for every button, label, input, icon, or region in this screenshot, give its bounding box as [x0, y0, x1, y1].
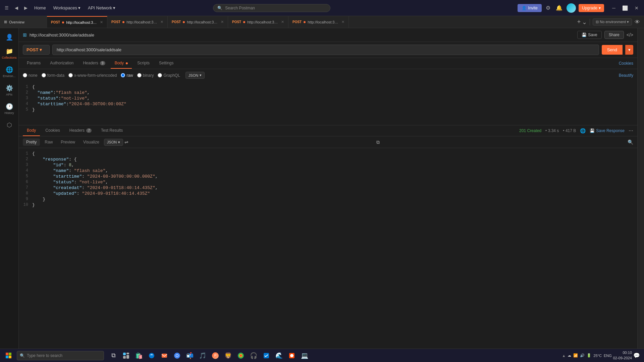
close-button[interactable]: ✕: [632, 5, 641, 11]
app8-button[interactable]: 🎵: [197, 350, 209, 362]
code-line: 2 "name":"flash sale",: [19, 90, 637, 96]
app10-button[interactable]: 🦁: [222, 350, 234, 362]
response-status: 201 Created • 3.34 s • 417 B 🌐 💾 Save Re…: [519, 128, 633, 133]
overview-tab[interactable]: ⊞ Overview: [0, 16, 47, 28]
app12-button[interactable]: [260, 350, 272, 362]
fmt-tab-pretty[interactable]: Pretty: [23, 138, 40, 146]
fmt-tab-preview[interactable]: Preview: [57, 138, 78, 146]
send-button[interactable]: Send: [602, 45, 623, 55]
body-type-graphql[interactable]: GraphQL: [158, 73, 180, 78]
tab-method: POST: [111, 20, 120, 24]
sidebar-item-history[interactable]: 🕐 History: [1, 100, 17, 117]
cookies-button[interactable]: Cookies: [619, 61, 633, 66]
body-type-raw[interactable]: raw: [121, 73, 133, 78]
app15-button[interactable]: 💻: [299, 350, 311, 362]
app13-button[interactable]: 🌊: [273, 350, 285, 362]
mail-button[interactable]: [158, 350, 170, 362]
sidebar-item-apis[interactable]: ⚙️ APIs: [1, 82, 17, 99]
copy-response-button[interactable]: ⧉: [376, 139, 380, 145]
code-button[interactable]: </>: [627, 32, 633, 38]
home-link[interactable]: Home: [32, 4, 49, 12]
url-input[interactable]: [52, 45, 599, 55]
resp-tab-headers[interactable]: Headers 7: [65, 125, 96, 136]
tab-headers[interactable]: Headers 9: [79, 58, 109, 69]
request-body-editor[interactable]: 1 { 2 "name":"flash sale", 3 "status":"n…: [19, 81, 637, 125]
search-response-button[interactable]: 🔍: [628, 139, 633, 145]
resp-tab-cookies[interactable]: Cookies: [41, 125, 64, 136]
store-button[interactable]: 🛍️: [133, 350, 145, 362]
sidebar-item-environments[interactable]: 🌐 Environ...: [1, 63, 17, 80]
filter-button[interactable]: ⇌: [124, 139, 128, 145]
maximize-button[interactable]: ⬜: [620, 5, 631, 11]
notification-button[interactable]: 💬: [633, 352, 640, 359]
app14-button[interactable]: [286, 350, 298, 362]
tab-params[interactable]: Params: [23, 58, 45, 69]
response-format-selector[interactable]: JSON ▾: [104, 139, 123, 146]
up-arrow-icon[interactable]: ▲: [562, 354, 566, 358]
request-tab-1[interactable]: POST http://localhost:3000, ✕: [47, 16, 107, 28]
settings-button[interactable]: ⚙: [544, 3, 552, 12]
back-button[interactable]: ◀: [13, 4, 20, 12]
hamburger-menu-button[interactable]: ☰: [3, 4, 11, 12]
body-type-formdata[interactable]: form-data: [42, 73, 64, 78]
globe-button[interactable]: 🌐: [580, 128, 586, 133]
notifications-button[interactable]: 🔔: [554, 3, 564, 12]
body-type-none[interactable]: none: [23, 73, 38, 78]
start-button[interactable]: [1, 350, 16, 362]
request-tab-2[interactable]: POST http://localhost:3000, ✕: [107, 16, 168, 28]
json-format-selector[interactable]: JSON ▾: [185, 72, 205, 79]
share-button[interactable]: Share: [604, 31, 624, 39]
tab-close[interactable]: ✕: [341, 20, 344, 24]
tab-close[interactable]: ✕: [221, 20, 224, 24]
method-selector[interactable]: POST ▾: [23, 45, 50, 55]
body-type-urlencoded[interactable]: x-www-form-urlencoded: [68, 73, 117, 78]
url-bar-actions: 💾 Save Share </>: [577, 31, 633, 39]
chrome2-button[interactable]: [235, 350, 247, 362]
tab-close[interactable]: ✕: [281, 20, 284, 24]
search-bar[interactable]: 🔍 Search Postman: [213, 4, 330, 12]
environment-selector[interactable]: ⊟ No environment ▾: [593, 18, 632, 25]
sidebar-item-collections[interactable]: 📁 Collections: [1, 45, 17, 62]
workspaces-button[interactable]: Workspaces ▾: [51, 4, 83, 12]
grid-icon: ⊞: [23, 32, 27, 38]
send-dropdown-button[interactable]: ▾: [625, 45, 633, 55]
sidebar-item-user[interactable]: 👤: [1, 31, 17, 44]
app7-button[interactable]: 📬: [184, 350, 196, 362]
tab-body[interactable]: Body: [111, 58, 132, 69]
save-response-button[interactable]: 💾 Save Response: [590, 128, 625, 133]
minimize-button[interactable]: ─: [609, 5, 618, 11]
request-tab-5[interactable]: POST http://localhost:3000, ✕: [288, 16, 349, 28]
avatar[interactable]: [567, 3, 576, 13]
widgets-button[interactable]: [120, 350, 132, 362]
tab-close[interactable]: ✕: [100, 20, 103, 24]
more-options-button[interactable]: ⋯: [629, 128, 633, 133]
forward-button[interactable]: ▶: [22, 4, 30, 12]
resp-tab-body[interactable]: Body: [23, 125, 40, 136]
save-button[interactable]: 💾 Save: [577, 31, 601, 39]
tab-close[interactable]: ✕: [160, 20, 163, 24]
tabs-overflow-button[interactable]: ⌄: [582, 18, 587, 26]
body-type-binary[interactable]: binary: [137, 73, 154, 78]
request-tab-4[interactable]: POST http://localhost:3000, ✕: [228, 16, 288, 28]
sidebar-item-flows[interactable]: ⬡: [1, 119, 17, 131]
fmt-tab-raw[interactable]: Raw: [41, 138, 56, 146]
request-tab-3[interactable]: POST http://localhost:3000, ✕: [168, 16, 228, 28]
upgrade-button[interactable]: Upgrade ▾: [579, 4, 604, 12]
app9-button[interactable]: P: [209, 350, 221, 362]
fmt-tab-visualize[interactable]: Visualize: [80, 138, 103, 146]
taskbar-search[interactable]: 🔍 Type here to search: [17, 351, 104, 360]
invite-button[interactable]: 👤 Invite: [518, 4, 542, 12]
tab-authorization[interactable]: Authorization: [46, 58, 77, 69]
chrome-button[interactable]: [171, 350, 183, 362]
beautify-button[interactable]: Beautify: [619, 73, 633, 78]
tab-scripts[interactable]: Scripts: [133, 58, 154, 69]
tab-settings[interactable]: Settings: [155, 58, 177, 69]
window-controls: ─ ⬜ ✕: [609, 5, 641, 11]
environment-eye-button[interactable]: 👁: [633, 18, 641, 26]
api-network-button[interactable]: API Network ▾: [85, 4, 118, 12]
add-tab-button[interactable]: +: [577, 18, 581, 25]
resp-tab-test-results[interactable]: Test Results: [97, 125, 127, 136]
taskview-button[interactable]: ⧉: [107, 350, 119, 362]
edge-button[interactable]: [146, 350, 158, 362]
app11-button[interactable]: 🎧: [248, 350, 260, 362]
